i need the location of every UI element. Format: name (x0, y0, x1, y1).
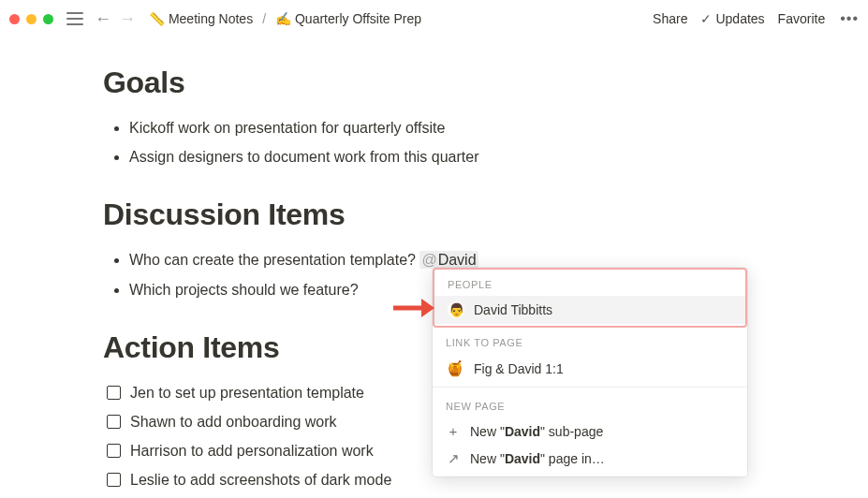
updates-button[interactable]: ✓ Updates (700, 11, 764, 26)
heading-discussion: Discussion Items (103, 198, 765, 232)
list-item[interactable]: Assign designers to document work from t… (129, 144, 765, 169)
breadcrumb-parent-icon: 📏 (149, 11, 165, 26)
popup-new-subpage[interactable]: + New "David" sub-page (433, 417, 747, 445)
breadcrumb-current-label: Quarterly Offsite Prep (295, 11, 421, 26)
people-highlight: PEOPLE 👨 David Tibbitts (433, 268, 747, 328)
share-button[interactable]: Share (653, 11, 687, 26)
popup-link-item[interactable]: 🍯 Fig & David 1:1 (433, 354, 747, 383)
text-frag: New " (470, 451, 505, 466)
breadcrumb-parent[interactable]: 📏 Meeting Notes (145, 9, 257, 28)
avatar-icon: 👨 (448, 301, 464, 318)
text-frag: New " (470, 424, 505, 439)
check-item-label: Shawn to add onboarding work (130, 409, 337, 434)
heading-goals: Goals (103, 66, 765, 100)
plus-icon: + (446, 423, 461, 439)
sidebar-toggle-icon[interactable] (66, 12, 83, 25)
breadcrumb-current[interactable]: ✍️ Quarterly Offsite Prep (272, 9, 425, 28)
at-icon: @ (421, 252, 436, 268)
popup-divider (433, 387, 747, 388)
updates-label: Updates (715, 11, 764, 26)
popup-new-page-in[interactable]: ↗ New "David" page in… (433, 445, 747, 473)
mention-text: David (438, 252, 477, 268)
breadcrumb-current-icon: ✍️ (275, 11, 291, 26)
nav-back-icon[interactable]: ← (91, 7, 115, 31)
open-arrow-icon: ↗ (446, 450, 461, 467)
mention-popup: PEOPLE 👨 David Tibbitts LINK TO PAGE 🍯 F… (433, 268, 747, 476)
breadcrumb-separator: / (262, 11, 266, 26)
popup-newpage-label: NEW PAGE (433, 391, 747, 417)
close-window-icon[interactable] (9, 14, 20, 24)
breadcrumb: 📏 Meeting Notes / ✍️ Quarterly Offsite P… (145, 9, 425, 28)
list-item[interactable]: Kickoff work on presentation for quarter… (129, 115, 765, 140)
checkbox-icon[interactable] (107, 415, 121, 429)
goals-list: Kickoff work on presentation for quarter… (103, 115, 765, 169)
window-controls (9, 14, 53, 24)
check-item-label: Leslie to add screenshots of dark mode (130, 467, 391, 492)
checkbox-icon[interactable] (107, 386, 121, 400)
minimize-window-icon[interactable] (26, 14, 37, 24)
popup-people-label: PEOPLE (434, 270, 745, 296)
favorite-button[interactable]: Favorite (778, 11, 826, 26)
page-emoji-icon: 🍯 (446, 359, 464, 377)
topbar-actions: Share ✓ Updates Favorite ••• (653, 10, 859, 27)
checkbox-icon[interactable] (107, 444, 121, 458)
check-icon: ✓ (700, 11, 712, 26)
text-bold: David (505, 451, 540, 466)
mention-chip[interactable]: @David (419, 251, 478, 269)
popup-new-pagein-text: New "David" page in… (470, 451, 605, 466)
nav-forward-icon[interactable]: → (115, 7, 140, 31)
more-options-icon[interactable]: ••• (840, 10, 859, 27)
popup-person-name: David Tibbitts (474, 302, 552, 317)
text-frag: " sub-page (540, 424, 603, 439)
check-item-label: Harrison to add personalization work (130, 438, 374, 463)
popup-new-subpage-text: New "David" sub-page (470, 424, 603, 439)
check-item-label: Jen to set up presentation template (130, 380, 364, 405)
popup-person-item[interactable]: 👨 David Tibbitts (434, 296, 745, 324)
popup-link-label: LINK TO PAGE (433, 328, 747, 354)
checkbox-icon[interactable] (107, 473, 121, 487)
zoom-window-icon[interactable] (43, 14, 53, 24)
text-bold: David (505, 424, 540, 439)
discussion-item-text: Who can create the presentation template… (129, 252, 419, 268)
popup-link-text: Fig & David 1:1 (474, 361, 564, 376)
text-frag: " page in… (540, 451, 605, 466)
breadcrumb-parent-label: Meeting Notes (169, 11, 253, 26)
topbar: ← → 📏 Meeting Notes / ✍️ Quarterly Offsi… (0, 0, 868, 37)
